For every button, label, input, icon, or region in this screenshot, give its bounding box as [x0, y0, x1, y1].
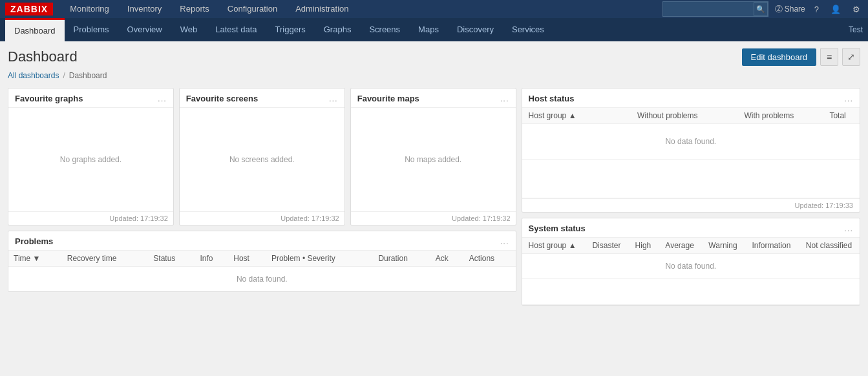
breadcrumb-all-dashboards[interactable]: All dashboards [8, 71, 59, 80]
host-status-col-without: Without problems [613, 108, 723, 124]
problems-title: Problems [15, 236, 53, 246]
breadcrumb-separator: / [63, 71, 65, 80]
col-ack: Ack [430, 251, 464, 267]
favourite-maps-header: Favourite maps ... [351, 89, 516, 108]
col-duration: Duration [373, 251, 430, 267]
tab-screens[interactable]: Screens [360, 18, 409, 41]
favourite-screens-no-data: No screens added. [229, 155, 295, 164]
favourite-maps-menu[interactable]: ... [500, 94, 509, 103]
problems-menu[interactable]: ... [500, 236, 509, 246]
top-navigation: ZABBIX Monitoring Inventory Reports Conf… [0, 0, 868, 18]
problems-no-data: No data found. [237, 275, 288, 284]
sys-col-disaster: Disaster [585, 238, 628, 254]
system-status-header-row: Host group ▲ Disaster High Average Warni… [522, 238, 860, 254]
host-status-menu[interactable]: ... [844, 94, 853, 103]
favourite-maps-title: Favourite maps [357, 94, 419, 103]
tab-graphs[interactable]: Graphs [315, 18, 361, 41]
favourite-screens-menu[interactable]: ... [329, 94, 338, 103]
host-status-spacer-row [522, 160, 860, 198]
tab-problems[interactable]: Problems [65, 18, 118, 41]
zabbix-logo: ZABBIX [5, 3, 53, 16]
nav-monitoring[interactable]: Monitoring [61, 0, 118, 18]
page-header-right: Edit dashboard ≡ ⤢ [742, 48, 860, 66]
sys-col-information: Information [745, 238, 798, 254]
col-recovery-time[interactable]: Recovery time [62, 251, 149, 267]
problems-widget: Problems ... Time ▼ Recovery time Status… [8, 231, 516, 292]
system-status-title: System status [529, 224, 586, 233]
breadcrumb-current: Dashboard [69, 71, 107, 80]
sys-col-not-classified: Not classified [798, 238, 860, 254]
tab-triggers[interactable]: Triggers [266, 18, 315, 41]
col-info: Info [195, 251, 228, 267]
search-input[interactable] [663, 2, 754, 16]
favourite-screens-title: Favourite screens [186, 94, 258, 103]
favourite-screens-widget: Favourite screens ... No screens added. … [179, 88, 345, 225]
host-status-updated: Updated: 17:19:33 [522, 198, 860, 212]
nav-reports[interactable]: Reports [171, 0, 218, 18]
sys-col-average: Average [658, 238, 701, 254]
problems-table: Time ▼ Recovery time Status Info Host Pr… [8, 251, 516, 291]
host-status-col-group[interactable]: Host group ▲ [522, 108, 613, 124]
host-status-header-row: Host group ▲ Without problems With probl… [522, 108, 860, 124]
system-status-table: Host group ▲ Disaster High Average Warni… [522, 238, 860, 305]
search-icon: 🔍 [756, 5, 765, 14]
host-status-header: Host status ... [522, 89, 860, 108]
problems-header: Problems ... [8, 231, 516, 251]
favourite-screens-updated: Updated: 17:19:32 [180, 211, 344, 225]
tab-web[interactable]: Web [171, 18, 207, 41]
tab-overview[interactable]: Overview [118, 18, 171, 41]
main-layout: Favourite graphs ... No graphs added. Up… [8, 88, 860, 306]
favourite-screens-body: No screens added. [180, 108, 344, 211]
dashboard-menu-button[interactable]: ≡ [820, 48, 838, 66]
page-header: Dashboard Edit dashboard ≡ ⤢ [8, 48, 860, 66]
sys-col-high: High [628, 238, 658, 254]
test-link[interactable]: Test [849, 18, 863, 41]
tab-latest-data[interactable]: Latest data [206, 18, 266, 41]
col-problem-severity: Problem • Severity [266, 251, 374, 267]
sys-col-warning: Warning [701, 238, 745, 254]
col-host: Host [228, 251, 266, 267]
favourite-widgets-row: Favourite graphs ... No graphs added. Up… [8, 88, 516, 225]
breadcrumb: All dashboards / Dashboard [8, 71, 860, 80]
favourite-graphs-updated: Updated: 17:19:32 [8, 211, 173, 225]
host-status-col-total: Total [816, 108, 860, 124]
page-title: Dashboard [8, 48, 78, 65]
nav-inventory[interactable]: Inventory [118, 0, 171, 18]
system-status-menu[interactable]: ... [844, 224, 853, 233]
col-time[interactable]: Time ▼ [8, 251, 62, 267]
zabbix-share-icon: Ⓩ [775, 4, 783, 15]
favourite-graphs-body: No graphs added. [8, 108, 173, 211]
page-content: Dashboard Edit dashboard ≡ ⤢ All dashboa… [0, 41, 868, 312]
dashboard-expand-button[interactable]: ⤢ [842, 48, 860, 66]
host-status-no-data: No data found. [665, 137, 716, 146]
search-button[interactable]: 🔍 [754, 2, 768, 16]
user-icon[interactable]: 👤 [828, 5, 843, 14]
edit-dashboard-button[interactable]: Edit dashboard [742, 48, 816, 66]
top-nav-items: Monitoring Inventory Reports Configurati… [61, 0, 662, 18]
second-navigation: Dashboard Problems Overview Web Latest d… [0, 18, 868, 41]
top-nav-right: 🔍 Ⓩ Share ? 👤 ⚙ [662, 1, 863, 17]
host-status-no-data-row: No data found. [522, 124, 860, 160]
sys-col-group[interactable]: Host group ▲ [522, 238, 586, 254]
nav-administration[interactable]: Administration [286, 0, 357, 18]
favourite-maps-body: No maps added. [351, 108, 516, 211]
share-button[interactable]: Ⓩ Share [775, 4, 805, 15]
menu-lines-icon: ≡ [827, 52, 832, 62]
col-status: Status [148, 251, 195, 267]
favourite-graphs-header: Favourite graphs ... [8, 89, 173, 108]
expand-icon: ⤢ [847, 52, 855, 62]
help-button[interactable]: ? [812, 5, 821, 14]
favourite-graphs-menu[interactable]: ... [158, 94, 167, 103]
favourite-maps-no-data: No maps added. [405, 155, 461, 164]
tab-services[interactable]: Services [503, 18, 553, 41]
tab-discovery[interactable]: Discovery [448, 18, 503, 41]
nav-configuration[interactable]: Configuration [218, 0, 286, 18]
system-status-widget: System status ... Host group ▲ Disaster … [522, 218, 860, 306]
tab-dashboard[interactable]: Dashboard [5, 18, 65, 41]
settings-icon[interactable]: ⚙ [850, 5, 863, 14]
system-status-no-data-row: No data found. [522, 254, 860, 279]
system-status-header: System status ... [522, 218, 860, 238]
host-status-widget: Host status ... Host group ▲ Without pro… [522, 88, 860, 213]
favourite-graphs-widget: Favourite graphs ... No graphs added. Up… [8, 88, 174, 225]
tab-maps[interactable]: Maps [409, 18, 448, 41]
